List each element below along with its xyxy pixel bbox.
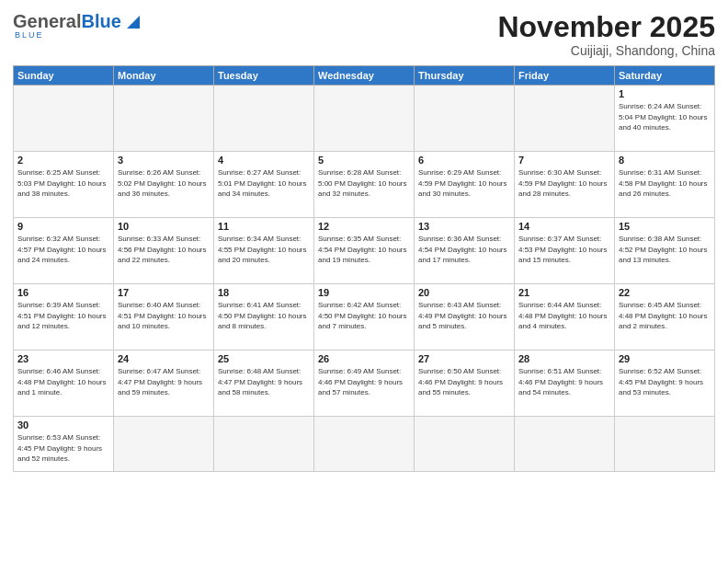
table-row: [515, 417, 615, 472]
table-row: [114, 417, 214, 472]
day-number: 17: [118, 287, 210, 298]
day-number: 27: [418, 353, 510, 364]
logo-general: General: [13, 11, 81, 32]
day-info: Sunrise: 6:42 AM Sunset: 4:50 PM Dayligh…: [318, 300, 410, 332]
day-number: 21: [518, 287, 610, 298]
day-number: 28: [518, 353, 610, 364]
day-number: 16: [17, 287, 109, 298]
day-number: 3: [118, 155, 210, 166]
day-info: Sunrise: 6:24 AM Sunset: 5:04 PM Dayligh…: [619, 101, 711, 133]
day-info: Sunrise: 6:36 AM Sunset: 4:54 PM Dayligh…: [418, 234, 510, 266]
table-row: 10Sunrise: 6:33 AM Sunset: 4:56 PM Dayli…: [114, 218, 214, 284]
table-row: 23Sunrise: 6:46 AM Sunset: 4:48 PM Dayli…: [14, 350, 114, 417]
day-info: Sunrise: 6:38 AM Sunset: 4:52 PM Dayligh…: [619, 234, 711, 266]
day-number: 4: [218, 155, 310, 166]
col-wednesday: Wednesday: [314, 66, 415, 86]
day-number: 1: [619, 88, 711, 99]
day-info: Sunrise: 6:28 AM Sunset: 5:00 PM Dayligh…: [318, 167, 410, 200]
day-number: 24: [118, 353, 210, 364]
col-monday: Monday: [114, 66, 214, 86]
table-row: [114, 86, 214, 152]
day-info: Sunrise: 6:30 AM Sunset: 4:59 PM Dayligh…: [518, 167, 610, 200]
day-info: Sunrise: 6:41 AM Sunset: 4:50 PM Dayligh…: [218, 300, 310, 332]
day-info: Sunrise: 6:27 AM Sunset: 5:01 PM Dayligh…: [218, 167, 310, 200]
day-number: 2: [17, 155, 109, 166]
day-number: 5: [318, 155, 410, 166]
day-info: Sunrise: 6:31 AM Sunset: 4:58 PM Dayligh…: [619, 167, 711, 200]
table-row: 26Sunrise: 6:49 AM Sunset: 4:46 PM Dayli…: [314, 350, 415, 417]
table-row: 24Sunrise: 6:47 AM Sunset: 4:47 PM Dayli…: [114, 350, 214, 417]
logo-subtitle: BLUE: [15, 30, 44, 40]
table-row: 28Sunrise: 6:51 AM Sunset: 4:46 PM Dayli…: [515, 350, 615, 417]
day-number: 20: [418, 287, 510, 298]
col-saturday: Saturday: [615, 66, 715, 86]
table-row: 30Sunrise: 6:53 AM Sunset: 4:45 PM Dayli…: [14, 417, 114, 472]
table-row: 2Sunrise: 6:25 AM Sunset: 5:03 PM Daylig…: [14, 152, 114, 218]
table-row: [214, 417, 314, 472]
table-row: 4Sunrise: 6:27 AM Sunset: 5:01 PM Daylig…: [214, 152, 314, 218]
day-info: Sunrise: 6:47 AM Sunset: 4:47 PM Dayligh…: [118, 366, 210, 398]
col-friday: Friday: [515, 66, 615, 86]
table-row: 8Sunrise: 6:31 AM Sunset: 4:58 PM Daylig…: [615, 152, 715, 218]
table-row: 18Sunrise: 6:41 AM Sunset: 4:50 PM Dayli…: [214, 284, 314, 350]
day-number: 11: [218, 221, 310, 232]
table-row: 21Sunrise: 6:44 AM Sunset: 4:48 PM Dayli…: [515, 284, 615, 350]
col-tuesday: Tuesday: [214, 66, 314, 86]
title-block: November 2025 Cuijiaji, Shandong, China: [497, 11, 715, 58]
day-number: 7: [518, 155, 610, 166]
table-row: [615, 417, 715, 472]
table-row: [415, 86, 515, 152]
table-row: 11Sunrise: 6:34 AM Sunset: 4:55 PM Dayli…: [214, 218, 314, 284]
day-info: Sunrise: 6:35 AM Sunset: 4:54 PM Dayligh…: [318, 234, 410, 266]
table-row: 1Sunrise: 6:24 AM Sunset: 5:04 PM Daylig…: [615, 86, 715, 152]
calendar-header-row: Sunday Monday Tuesday Wednesday Thursday…: [14, 66, 715, 86]
day-number: 18: [218, 287, 310, 298]
day-info: Sunrise: 6:37 AM Sunset: 4:53 PM Dayligh…: [518, 234, 610, 266]
table-row: 12Sunrise: 6:35 AM Sunset: 4:54 PM Dayli…: [314, 218, 415, 284]
table-row: [314, 86, 415, 152]
table-row: 22Sunrise: 6:45 AM Sunset: 4:48 PM Dayli…: [615, 284, 715, 350]
table-row: 7Sunrise: 6:30 AM Sunset: 4:59 PM Daylig…: [515, 152, 615, 218]
day-number: 26: [318, 353, 410, 364]
day-number: 23: [17, 353, 109, 364]
day-number: 29: [619, 353, 711, 364]
day-info: Sunrise: 6:49 AM Sunset: 4:46 PM Dayligh…: [318, 366, 410, 398]
table-row: 14Sunrise: 6:37 AM Sunset: 4:53 PM Dayli…: [515, 218, 615, 284]
table-row: [415, 417, 515, 472]
table-row: 3Sunrise: 6:26 AM Sunset: 5:02 PM Daylig…: [114, 152, 214, 218]
svg-marker-0: [127, 16, 140, 29]
day-number: 15: [619, 221, 711, 232]
day-info: Sunrise: 6:26 AM Sunset: 5:02 PM Dayligh…: [118, 167, 210, 200]
table-row: 27Sunrise: 6:50 AM Sunset: 4:46 PM Dayli…: [415, 350, 515, 417]
calendar-table: Sunday Monday Tuesday Wednesday Thursday…: [13, 65, 715, 472]
day-info: Sunrise: 6:50 AM Sunset: 4:46 PM Dayligh…: [418, 366, 510, 398]
table-row: 29Sunrise: 6:52 AM Sunset: 4:45 PM Dayli…: [615, 350, 715, 417]
day-info: Sunrise: 6:34 AM Sunset: 4:55 PM Dayligh…: [218, 234, 310, 266]
header: General Blue BLUE November 2025 Cuijiaji…: [13, 11, 715, 58]
day-number: 8: [619, 155, 711, 166]
table-row: 20Sunrise: 6:43 AM Sunset: 4:49 PM Dayli…: [415, 284, 515, 350]
day-number: 12: [318, 221, 410, 232]
table-row: 15Sunrise: 6:38 AM Sunset: 4:52 PM Dayli…: [615, 218, 715, 284]
day-number: 25: [218, 353, 310, 364]
table-row: 25Sunrise: 6:48 AM Sunset: 4:47 PM Dayli…: [214, 350, 314, 417]
table-row: 17Sunrise: 6:40 AM Sunset: 4:51 PM Dayli…: [114, 284, 214, 350]
table-row: 13Sunrise: 6:36 AM Sunset: 4:54 PM Dayli…: [415, 218, 515, 284]
logo-text: General Blue: [13, 11, 143, 32]
day-info: Sunrise: 6:53 AM Sunset: 4:45 PM Dayligh…: [17, 432, 109, 465]
table-row: 5Sunrise: 6:28 AM Sunset: 5:00 PM Daylig…: [314, 152, 415, 218]
table-row: 9Sunrise: 6:32 AM Sunset: 4:57 PM Daylig…: [14, 218, 114, 284]
table-row: [14, 86, 114, 152]
table-row: 16Sunrise: 6:39 AM Sunset: 4:51 PM Dayli…: [14, 284, 114, 350]
logo: General Blue BLUE: [13, 11, 143, 40]
day-info: Sunrise: 6:51 AM Sunset: 4:46 PM Dayligh…: [518, 366, 610, 398]
day-info: Sunrise: 6:29 AM Sunset: 4:59 PM Dayligh…: [418, 167, 510, 200]
page: General Blue BLUE November 2025 Cuijiaji…: [0, 0, 728, 563]
day-number: 22: [619, 287, 711, 298]
logo-blue: Blue: [81, 11, 120, 32]
day-number: 30: [17, 419, 109, 431]
day-number: 10: [118, 221, 210, 232]
table-row: [214, 86, 314, 152]
logo-icon: [123, 12, 143, 32]
col-sunday: Sunday: [14, 66, 114, 86]
